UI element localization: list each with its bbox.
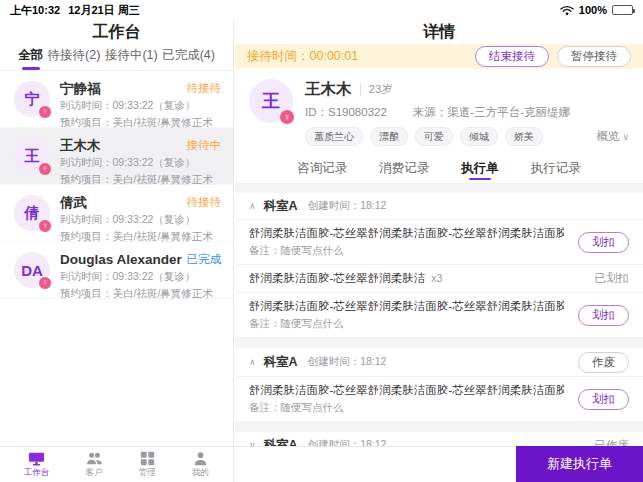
patient-source: 来源：渠道-三方平台-克丽缇娜 xyxy=(413,105,570,120)
group-status: 已作废 xyxy=(595,438,630,447)
wifi-icon xyxy=(560,5,574,16)
tab-consume-records[interactable]: 消费记录 xyxy=(379,154,429,183)
divider xyxy=(360,84,361,96)
department-name: 科室A xyxy=(264,437,298,447)
exec-item: 舒润柔肤洁面胶-芯丝翠舒润柔肤洁x3 已划扣 xyxy=(235,265,643,293)
pause-reception-button[interactable]: 暂停接待 xyxy=(557,46,631,67)
app-screen: 上午10:32 12月21日 周三 100% 工作台 全部 待接待(2) 接待中… xyxy=(0,0,643,482)
visit-time: 到访时间：09:33:22（复诊） xyxy=(60,156,213,170)
timer-value: 00:00:01 xyxy=(310,49,359,63)
tab-waiting[interactable]: 待接待(2) xyxy=(48,47,101,68)
bottom-tab-label: 我的 xyxy=(192,467,209,479)
tab-consult-records[interactable]: 咨询记录 xyxy=(297,154,347,183)
patient-detail-header: 王 ♀ 王木木 23岁 ID：S19080322 来源：渠道-三方平台-克丽缇娜… xyxy=(235,69,643,154)
spacer xyxy=(235,184,643,193)
bottom-tab-label: 客户 xyxy=(86,467,103,479)
bottom-tab-label: 管理 xyxy=(139,467,156,479)
item-note: 备注：随便写点什么 xyxy=(249,244,564,258)
spacer xyxy=(235,338,643,348)
created-time: 创建时间：18:12 xyxy=(308,199,387,213)
monitor-icon xyxy=(28,451,45,466)
people-icon xyxy=(86,451,103,466)
item-note: 备注：随便写点什么 xyxy=(249,401,564,415)
avatar: DA ♀ xyxy=(14,252,50,288)
overview-toggle[interactable]: 概览 ∨ xyxy=(596,129,629,144)
status-time: 上午10:32 xyxy=(10,3,60,18)
chevron-down-icon: ∨ xyxy=(622,132,629,142)
end-reception-button[interactable]: 结束接待 xyxy=(475,46,549,67)
visit-time: 到访时间：09:33:22（复诊） xyxy=(60,213,213,227)
detail-panel: 详情 接待时间：00:00:01 结束接待 暂停接待 王 ♀ 王木木 xyxy=(235,20,643,446)
exec-item: 舒润柔肤洁面胶-芯丝翠舒润柔肤洁面胶-芯丝翠舒润柔肤洁面胶-芯丝翠舒...x2 … xyxy=(235,220,643,265)
exec-group-header: ∧ 科室A 创建时间：18:12 xyxy=(235,193,643,220)
item-status: 已划扣 xyxy=(595,271,630,286)
tag: 娇美 xyxy=(505,127,543,146)
department-name: 科室A xyxy=(264,198,298,215)
patient-row[interactable]: DA ♀ Douglas Alexander 到访时间：09:33:22（复诊）… xyxy=(0,242,233,299)
item-count: x3 xyxy=(431,272,442,284)
gender-badge-icon: ♀ xyxy=(279,109,295,125)
patient-tags: 蕙质兰心 漂酿 可爱 倾城 娇美 xyxy=(305,127,629,146)
battery-icon xyxy=(612,5,633,15)
created-time: 创建时间：18:12 xyxy=(308,438,387,446)
item-note: 备注：随便写点什么 xyxy=(249,317,564,331)
tab-all[interactable]: 全部 xyxy=(18,47,43,68)
patient-list: 宁 ♀ 宁静福 到访时间：09:33:22（复诊） 预约项目：美白/祛斑/鼻翼修… xyxy=(0,71,233,299)
collapse-icon[interactable]: ∧ xyxy=(249,357,256,367)
exec-group-header: ∨ 科室A 创建时间：18:12 已作废 xyxy=(235,432,643,446)
spacer xyxy=(235,422,643,432)
exec-item: 舒润柔肤洁面胶-芯丝翠舒润柔肤洁面胶-芯丝翠舒润柔肤洁面胶-芯丝翠x2 备注：随… xyxy=(235,293,643,338)
tab-exec-records[interactable]: 执行记录 xyxy=(531,154,581,183)
bottom-tab-workbench[interactable]: 工作台 xyxy=(24,451,50,479)
tab-receiving[interactable]: 接待中(1) xyxy=(105,47,158,68)
avatar: 王 ♀ xyxy=(14,138,50,174)
bottom-tab-management[interactable]: 管理 xyxy=(139,451,156,479)
status-bar: 上午10:32 12月21日 周三 100% xyxy=(0,0,643,20)
bottom-tab-label: 工作台 xyxy=(24,467,50,479)
gender-badge-icon: ♀ xyxy=(38,219,52,233)
avatar-initial: DA xyxy=(21,262,43,279)
booked-project: 预约项目：美白/祛斑/鼻翼修正术 xyxy=(60,287,213,301)
void-button[interactable]: 作废 xyxy=(578,352,629,373)
patient-row-selected[interactable]: 王 ♀ 王木木 到访时间：09:33:22（复诊） 预约项目：美白/祛斑/鼻翼修… xyxy=(0,128,233,185)
deduct-button[interactable]: 划扣 xyxy=(578,305,629,326)
patient-row[interactable]: 倩 ♀ 倩武 到访时间：09:33:22（复诊） 预约项目：美白/祛斑/鼻翼修正… xyxy=(0,185,233,242)
exec-item: 舒润柔肤洁面胶-芯丝翠舒润柔肤洁面胶-芯丝翠舒润柔肤洁面胶-芯丝翠舒...x2 … xyxy=(235,377,643,422)
status-badge: 已完成 xyxy=(187,252,222,267)
tag: 倾城 xyxy=(460,127,498,146)
visit-time: 到访时间：09:33:22（复诊） xyxy=(60,270,213,284)
record-tabs: 咨询记录 消费记录 执行单 执行记录 xyxy=(235,154,643,184)
patient-row[interactable]: 宁 ♀ 宁静福 到访时间：09:33:22（复诊） 预约项目：美白/祛斑/鼻翼修… xyxy=(0,71,233,128)
avatar: 宁 ♀ xyxy=(14,81,50,117)
item-name: 舒润柔肤洁面胶-芯丝翠舒润柔肤洁面胶-芯丝翠舒润柔肤洁面胶-芯丝翠舒... xyxy=(249,384,564,396)
workbench-panel: 工作台 全部 待接待(2) 接待中(1) 已完成(4) 宁 ♀ 宁静福 到访时间… xyxy=(0,20,234,446)
deduct-button[interactable]: 划扣 xyxy=(578,389,629,410)
workbench-title: 工作台 xyxy=(0,20,233,44)
deduct-button[interactable]: 划扣 xyxy=(578,232,629,253)
collapse-icon[interactable]: ∧ xyxy=(249,201,256,211)
tab-exec-orders[interactable]: 执行单 xyxy=(461,154,499,183)
tab-finished[interactable]: 已完成(4) xyxy=(162,47,215,68)
new-exec-order-button[interactable]: 新建执行单 xyxy=(516,446,643,482)
reception-timer-banner: 接待时间：00:00:01 结束接待 暂停接待 xyxy=(235,44,643,69)
avatar-initial: 王 xyxy=(262,89,280,113)
avatar-initial: 倩 xyxy=(25,204,40,223)
avatar: 倩 ♀ xyxy=(14,195,50,231)
gender-badge-icon: ♀ xyxy=(38,276,52,290)
gender-badge-icon: ♀ xyxy=(38,105,52,119)
timer-label: 接待时间： xyxy=(247,49,310,63)
gender-badge-icon: ♀ xyxy=(38,162,52,176)
patient-age: 23岁 xyxy=(369,82,393,97)
item-name: 舒润柔肤洁面胶-芯丝翠舒润柔肤洁面胶-芯丝翠舒润柔肤洁面胶-芯丝翠 xyxy=(249,300,564,312)
bottom-tab-bar: 工作台 客户 管理 xyxy=(0,446,643,482)
bottom-tab-customers[interactable]: 客户 xyxy=(86,451,103,479)
bottom-tab-mine[interactable]: 我的 xyxy=(192,451,209,479)
status-date: 12月21日 周三 xyxy=(68,3,140,18)
status-badge: 待接待 xyxy=(187,195,222,210)
exec-order-list: ∧ 科室A 创建时间：18:12 舒润柔肤洁面胶-芯丝翠舒润柔肤洁面胶-芯丝翠舒… xyxy=(235,184,643,446)
department-name: 科室A xyxy=(264,354,298,371)
overview-label: 概览 xyxy=(596,129,619,144)
status-badge: 待接待 xyxy=(187,81,222,96)
tag: 漂酿 xyxy=(370,127,408,146)
avatar-initial: 宁 xyxy=(25,90,40,109)
